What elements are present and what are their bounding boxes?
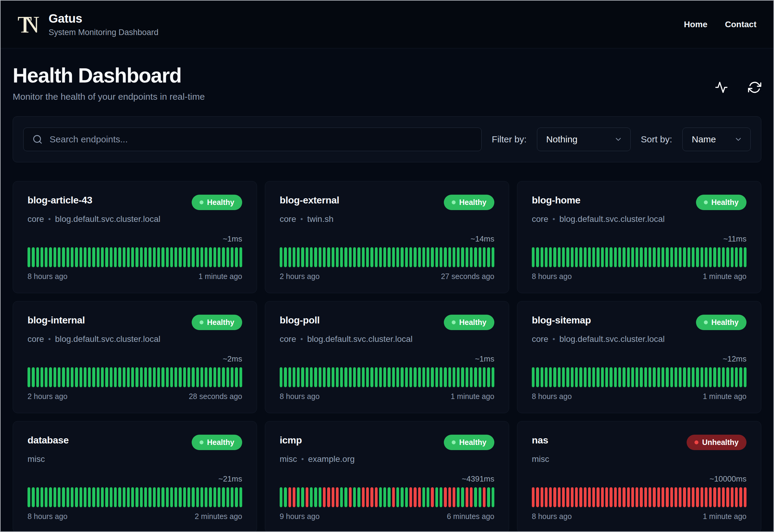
latency-bar[interactable]	[36, 247, 39, 267]
latency-bar[interactable]	[562, 487, 565, 507]
latency-bar[interactable]	[405, 367, 408, 387]
latency-bar[interactable]	[319, 247, 321, 267]
latency-bar[interactable]	[375, 487, 378, 507]
latency-bar[interactable]	[735, 487, 738, 507]
latency-bar[interactable]	[566, 367, 569, 387]
latency-bar[interactable]	[631, 487, 634, 507]
latency-bar[interactable]	[453, 487, 455, 507]
latency-bar[interactable]	[392, 367, 395, 387]
latency-bar[interactable]	[97, 367, 99, 387]
latency-bar[interactable]	[713, 487, 716, 507]
latency-bar[interactable]	[166, 367, 169, 387]
latency-bar[interactable]	[192, 367, 194, 387]
latency-bar[interactable]	[161, 247, 164, 267]
latency-bar[interactable]	[157, 487, 160, 507]
latency-bar[interactable]	[54, 247, 56, 267]
latency-bar[interactable]	[196, 487, 199, 507]
endpoint-card[interactable]: blog-article-43 Healthy core • blog.defa…	[13, 181, 257, 293]
latency-bar[interactable]	[187, 247, 190, 267]
latency-bar[interactable]	[183, 367, 186, 387]
latency-bar[interactable]	[545, 487, 548, 507]
latency-bar[interactable]	[332, 487, 334, 507]
latency-bar[interactable]	[235, 487, 238, 507]
latency-bar[interactable]	[293, 247, 295, 267]
latency-bar[interactable]	[601, 487, 604, 507]
latency-bar[interactable]	[532, 247, 535, 267]
latency-bar[interactable]	[174, 487, 177, 507]
latency-bar[interactable]	[571, 367, 574, 387]
latency-bar[interactable]	[140, 367, 143, 387]
endpoint-card[interactable]: icmp Healthy misc • example.org ~4391ms …	[265, 421, 509, 532]
latency-bar[interactable]	[67, 247, 69, 267]
latency-bar[interactable]	[623, 367, 625, 387]
latency-bar[interactable]	[536, 367, 539, 387]
latency-bar[interactable]	[370, 247, 373, 267]
latency-bar[interactable]	[58, 247, 60, 267]
latency-bar[interactable]	[28, 247, 30, 267]
latency-bar[interactable]	[200, 367, 203, 387]
latency-bar[interactable]	[110, 247, 112, 267]
latency-bar[interactable]	[440, 487, 442, 507]
latency-bar[interactable]	[657, 487, 660, 507]
latency-bar[interactable]	[209, 247, 212, 267]
latency-bar[interactable]	[722, 487, 725, 507]
latency-bar[interactable]	[209, 367, 212, 387]
latency-bar[interactable]	[84, 247, 86, 267]
latency-bar[interactable]	[492, 367, 494, 387]
latency-bar[interactable]	[88, 487, 91, 507]
latency-bar[interactable]	[187, 367, 190, 387]
latency-bar[interactable]	[670, 487, 673, 507]
latency-bar[interactable]	[314, 367, 317, 387]
latency-bar[interactable]	[336, 487, 339, 507]
latency-bar[interactable]	[414, 367, 416, 387]
latency-bar[interactable]	[301, 367, 304, 387]
latency-bar[interactable]	[592, 247, 595, 267]
latency-bar[interactable]	[722, 247, 725, 267]
latency-bar[interactable]	[153, 487, 156, 507]
latency-bar[interactable]	[140, 487, 143, 507]
latency-bar[interactable]	[457, 247, 460, 267]
latency-bar[interactable]	[41, 247, 43, 267]
latency-bar[interactable]	[383, 487, 386, 507]
latency-bar[interactable]	[579, 247, 582, 267]
latency-bar[interactable]	[549, 247, 552, 267]
latency-bar[interactable]	[332, 367, 334, 387]
latency-bar[interactable]	[683, 487, 686, 507]
latency-bar[interactable]	[487, 247, 490, 267]
latency-bar[interactable]	[588, 247, 591, 267]
latency-bar[interactable]	[592, 487, 595, 507]
latency-bar[interactable]	[662, 367, 664, 387]
latency-bar[interactable]	[340, 487, 343, 507]
latency-bar[interactable]	[297, 247, 300, 267]
latency-bar[interactable]	[157, 367, 160, 387]
latency-bar[interactable]	[666, 367, 668, 387]
latency-bar[interactable]	[558, 487, 561, 507]
latency-bar[interactable]	[231, 367, 233, 387]
latency-bar[interactable]	[597, 487, 599, 507]
latency-bar[interactable]	[422, 487, 425, 507]
latency-bar[interactable]	[297, 367, 300, 387]
latency-bar[interactable]	[231, 247, 233, 267]
latency-bar[interactable]	[84, 487, 86, 507]
latency-bar[interactable]	[414, 247, 416, 267]
latency-bar[interactable]	[640, 367, 642, 387]
latency-bar[interactable]	[375, 247, 378, 267]
latency-bar[interactable]	[492, 247, 494, 267]
latency-bar[interactable]	[571, 487, 574, 507]
latency-bar[interactable]	[666, 247, 668, 267]
latency-bar[interactable]	[118, 367, 121, 387]
latency-bar[interactable]	[653, 247, 655, 267]
latency-bar[interactable]	[696, 367, 699, 387]
latency-bar[interactable]	[427, 367, 429, 387]
latency-bar[interactable]	[161, 487, 164, 507]
latency-bar[interactable]	[226, 247, 229, 267]
latency-bar[interactable]	[739, 487, 742, 507]
latency-bar[interactable]	[118, 487, 121, 507]
latency-bar[interactable]	[545, 247, 548, 267]
latency-bar[interactable]	[131, 247, 134, 267]
latency-bar[interactable]	[179, 367, 181, 387]
latency-bar[interactable]	[183, 247, 186, 267]
latency-bar[interactable]	[579, 367, 582, 387]
latency-bar[interactable]	[688, 487, 690, 507]
latency-bar[interactable]	[474, 247, 477, 267]
